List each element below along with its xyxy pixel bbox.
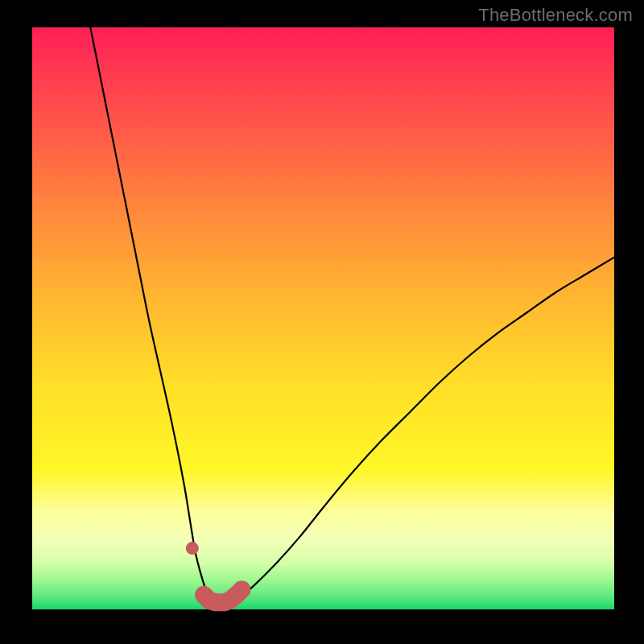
curve-marker [186, 542, 199, 555]
curve-marker [233, 580, 250, 598]
curve-svg [32, 27, 614, 609]
chart-frame: TheBottleneck.com [0, 0, 644, 644]
plot-area [32, 27, 614, 609]
watermark-text: TheBottleneck.com [478, 5, 633, 26]
bottleneck-curve [90, 27, 614, 604]
curve-markers [186, 542, 250, 611]
